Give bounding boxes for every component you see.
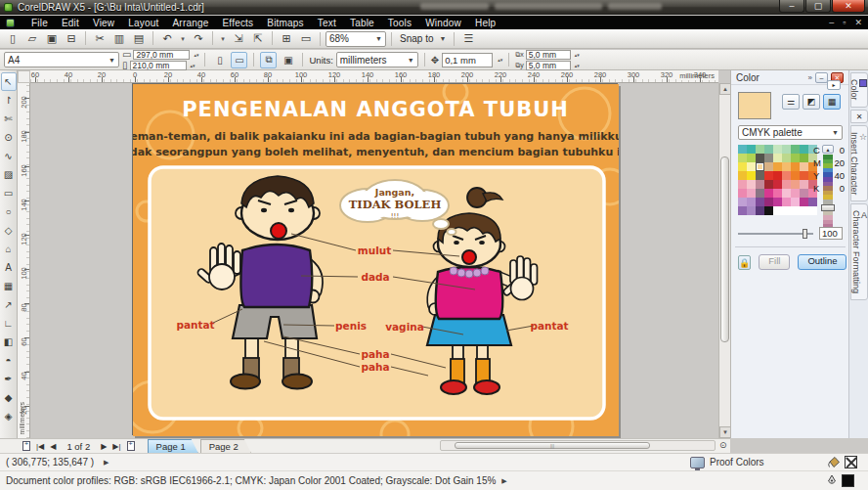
docker-chevron-icon[interactable]: » — [808, 73, 812, 82]
palette-swatch[interactable] — [800, 189, 808, 198]
close-button[interactable]: ✕ — [832, 0, 865, 13]
palette-swatch[interactable] — [791, 145, 800, 154]
welcome-screen-button[interactable]: ▭ — [297, 31, 315, 47]
duplicate-y-field[interactable]: 5,0 mm — [526, 61, 571, 70]
palette-swatch[interactable] — [782, 189, 791, 198]
spinner[interactable]: ▴▾ — [575, 64, 580, 67]
paste-button[interactable]: ▤ — [130, 31, 148, 47]
palette-swatch[interactable] — [764, 206, 773, 215]
palette-swatch[interactable] — [747, 145, 756, 154]
undo-dropdown[interactable]: ▾ — [178, 31, 188, 47]
palette-swatch[interactable] — [791, 189, 800, 198]
palette-swatch[interactable] — [747, 180, 756, 189]
ruler-origin-corner[interactable] — [18, 70, 30, 83]
table-tool[interactable]: ▦ — [1, 277, 17, 295]
palette-swatch[interactable] — [756, 206, 764, 215]
horizontal-ruler[interactable]: millimeters 6040200204060801001201401601… — [30, 70, 718, 83]
palette-swatch[interactable] — [773, 198, 782, 206]
app-launcher-button[interactable]: ⊞ — [278, 31, 295, 47]
copy-button[interactable]: ▥ — [110, 31, 128, 47]
menu-view[interactable]: View — [93, 18, 114, 28]
duplicate-x-field[interactable]: 5,0 mm — [526, 50, 571, 60]
palette-swatch[interactable] — [764, 180, 773, 189]
doc-restore-button[interactable]: ▫ — [843, 18, 846, 27]
palette-swatch[interactable] — [791, 171, 800, 180]
palette-swatch[interactable] — [756, 180, 764, 189]
palette-swatch[interactable] — [791, 154, 800, 162]
tint-slider-knob[interactable] — [803, 229, 807, 239]
doc-minimize-button[interactable]: – — [829, 18, 834, 27]
palette-swatch[interactable] — [738, 145, 747, 154]
palette-swatch[interactable] — [782, 171, 791, 180]
lock-icon[interactable]: 🔒 — [738, 255, 751, 270]
palette-select-combo[interactable]: CMYK palette ▼ — [738, 125, 843, 140]
menu-tools[interactable]: Tools — [388, 18, 412, 28]
menu-window[interactable]: Window — [425, 18, 461, 28]
docker-tab-insert-character[interactable]: ☆Insert Character — [850, 125, 868, 202]
menu-effects[interactable]: Effects — [222, 18, 253, 28]
cut-button[interactable]: ✂ — [91, 31, 108, 47]
docker-tab-color[interactable]: Color — [850, 72, 868, 108]
palette-swatch[interactable] — [800, 154, 808, 162]
docker-tab-close-button[interactable]: ✕ — [850, 110, 868, 123]
palette-swatch[interactable] — [800, 206, 808, 215]
redo-dropdown[interactable]: ▾ — [218, 31, 228, 47]
polygon-tool[interactable]: ◇ — [1, 221, 17, 240]
horizontal-scrollbar[interactable]: ||| — [440, 440, 716, 451]
snap-to-combo[interactable]: Snap to ▼ — [397, 31, 449, 47]
landscape-button[interactable]: ▭ — [231, 52, 247, 68]
page-tab-2[interactable]: Page 2 — [200, 439, 251, 453]
zoom-tool[interactable]: ⊙ — [1, 128, 17, 147]
palette-swatch[interactable] — [782, 162, 791, 171]
spinner[interactable]: ▴▾ — [191, 64, 195, 67]
horizontal-scroll-thumb[interactable]: ||| — [455, 442, 650, 449]
palette-swatch[interactable] — [773, 180, 782, 189]
freehand-tool[interactable]: ∿ — [1, 147, 17, 165]
redo-button[interactable]: ↷ — [190, 31, 207, 47]
pick-tool[interactable]: ↖ — [1, 72, 17, 91]
outline-pen-tool[interactable]: ✒ — [1, 370, 17, 388]
palette-swatch[interactable] — [764, 154, 773, 162]
add-page-end-icon[interactable] — [127, 441, 135, 451]
menu-arrange[interactable]: Arrange — [173, 18, 209, 28]
palette-swatch[interactable] — [738, 198, 747, 206]
palette-swatch[interactable] — [782, 145, 791, 154]
palette-swatch[interactable] — [773, 171, 782, 180]
palette-swatch[interactable] — [738, 206, 747, 215]
restore-button[interactable]: ▢ — [805, 0, 831, 13]
add-page-start-icon[interactable] — [22, 441, 30, 451]
palette-swatch[interactable] — [773, 189, 782, 198]
menu-table[interactable]: Table — [350, 18, 374, 28]
tint-value-field[interactable]: 100 — [819, 227, 843, 240]
units-combo[interactable]: millimeters ▼ — [336, 52, 418, 67]
vertical-scroll-thumb[interactable] — [720, 156, 729, 342]
zoom-fit-icon[interactable]: ⊙ — [719, 440, 727, 450]
menu-edit[interactable]: Edit — [62, 18, 79, 28]
palette-swatch[interactable] — [782, 180, 791, 189]
last-page-button[interactable]: ▶| — [112, 442, 120, 451]
dimension-tool[interactable]: ↗ — [1, 295, 17, 314]
menu-bitmaps[interactable]: Bitmaps — [267, 18, 304, 28]
palette-swatch[interactable] — [756, 189, 764, 198]
tint-slider[interactable] — [738, 233, 813, 235]
drawing-canvas[interactable]: PENGENALAN ANGGOTA TUBUH Teman-teman, di… — [30, 83, 718, 438]
basic-shapes-tool[interactable]: ⌂ — [1, 240, 17, 258]
palette-swatch[interactable] — [800, 180, 808, 189]
nudge-field[interactable]: 0,1 mm — [442, 53, 493, 67]
color-viewers-button[interactable]: ◩ — [803, 94, 820, 110]
palette-swatch[interactable] — [773, 154, 782, 162]
first-page-button[interactable]: |◀ — [36, 442, 44, 451]
page-width-field[interactable]: 297,0 mm — [133, 50, 190, 60]
palette-swatch[interactable] — [808, 206, 817, 215]
doc-close-button[interactable]: ✕ — [854, 18, 862, 27]
palette-swatch[interactable] — [764, 145, 773, 154]
flyout-arrow-icon[interactable]: ▶ — [104, 459, 108, 467]
options-button[interactable]: ☰ — [459, 31, 477, 47]
palette-swatch[interactable] — [764, 198, 773, 206]
paper-size-combo[interactable]: A4 ▼ — [4, 52, 119, 67]
print-button[interactable]: ⊟ — [63, 31, 80, 47]
all-pages-button[interactable]: ⧉ — [260, 52, 277, 68]
palette-swatch[interactable] — [773, 162, 782, 171]
proof-colors-indicator[interactable]: Proof Colors — [690, 457, 764, 468]
menu-help[interactable]: Help — [475, 18, 496, 28]
